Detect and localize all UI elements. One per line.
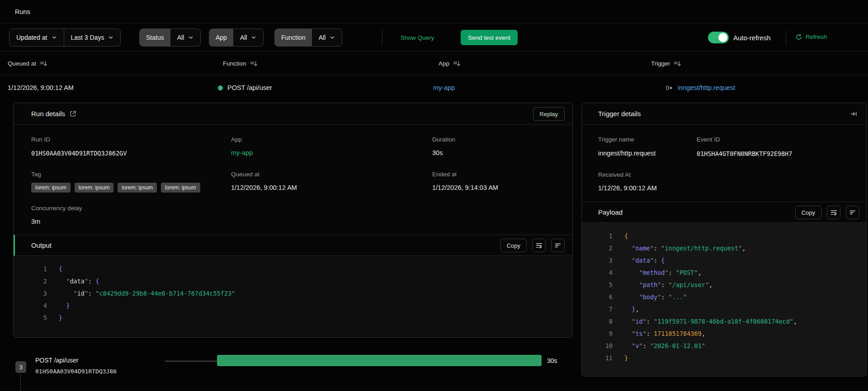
chevron-down-icon xyxy=(188,35,193,40)
trigger-details-fields: Trigger name inngest/http.request Event … xyxy=(582,125,866,202)
word-wrap-icon[interactable] xyxy=(532,239,546,252)
sort-field-dropdown[interactable]: Updated at xyxy=(9,29,64,46)
copy-payload-button[interactable]: Copy xyxy=(795,206,821,219)
toggle-knob xyxy=(718,33,727,42)
payload-title: Payload xyxy=(598,208,623,216)
code-line: 3 "id": "c8429dd9-29b8-44e6-b714-767d34c… xyxy=(27,287,572,299)
chevron-down-icon xyxy=(330,35,335,40)
column-header-queued-at[interactable]: Queued at xyxy=(8,52,47,75)
event-id-label: Event ID xyxy=(697,136,720,143)
status-filter-group[interactable]: Status All xyxy=(139,28,201,47)
column-label: Function xyxy=(223,60,246,67)
output-code[interactable]: 1{2 "data": {3 "id": "c8429dd9-29b8-44e6… xyxy=(14,256,572,338)
line-number: 4 xyxy=(27,302,47,309)
app-filter-value: All xyxy=(240,34,247,41)
column-header-app[interactable]: App xyxy=(439,52,461,75)
app-filter-value-dropdown[interactable]: All xyxy=(233,29,264,46)
code-line: 6 "body": "..." xyxy=(593,291,866,303)
column-header-trigger[interactable]: Trigger xyxy=(651,52,681,75)
status-dot-completed xyxy=(218,85,223,90)
app-filter-group[interactable]: App All xyxy=(209,28,264,47)
received-at-label: Received At xyxy=(598,171,631,178)
refresh-icon xyxy=(796,34,802,40)
line-number: 2 xyxy=(27,278,47,285)
code-line: 5} xyxy=(27,311,572,324)
code-line: 5 "path": "/api/user", xyxy=(593,278,866,291)
column-header-function[interactable]: Function xyxy=(223,52,258,75)
pin-right-icon[interactable] xyxy=(850,111,857,119)
line-number: 5 xyxy=(593,281,613,288)
code-line: 7 }, xyxy=(593,303,866,315)
runs-table-header: Queued at Function App Trigger xyxy=(0,52,868,75)
sort-field-label: Updated at xyxy=(16,34,47,41)
column-label: App xyxy=(439,60,449,67)
copy-output-button[interactable]: Copy xyxy=(500,239,527,252)
function-filter-group[interactable]: Function All xyxy=(274,28,342,47)
refresh-button[interactable]: Refresh xyxy=(796,33,827,40)
pulse-icon xyxy=(665,85,673,91)
column-label: Trigger xyxy=(651,60,670,67)
time-range-dropdown[interactable]: Last 3 Days xyxy=(64,29,121,46)
refresh-divider xyxy=(786,31,786,44)
chevron-down-icon xyxy=(108,35,113,40)
step-count-badge[interactable]: 3 xyxy=(15,361,26,373)
payload-code[interactable]: 1{2 "name": "inngest/http.request",3 "da… xyxy=(582,223,866,377)
run-row-trigger: inngest/http.request xyxy=(665,75,735,100)
code-line: 8 "id": "119f5971-9878-46bd-a18f-4f06801… xyxy=(593,315,866,327)
event-id-value: 01HSHA4GT0FN0NRBKTF92E98H7 xyxy=(697,150,792,157)
code-line: 11} xyxy=(593,352,866,364)
run-row-function: POST /api/user xyxy=(218,75,272,100)
queued-at-value: 1/12/2026, 9:00:12 AM xyxy=(8,84,74,91)
line-number: 9 xyxy=(593,330,613,337)
code-line: 4 "method": "POST", xyxy=(593,266,866,278)
status-filter-value-dropdown[interactable]: All xyxy=(170,29,201,46)
tag-badge: lorem: ipsum xyxy=(31,183,71,193)
code-line: 4 } xyxy=(27,299,572,311)
app-link[interactable]: my-app xyxy=(433,84,455,91)
external-link-icon[interactable] xyxy=(70,110,76,117)
line-number: 1 xyxy=(593,232,613,240)
auto-refresh-toggle[interactable] xyxy=(708,32,729,43)
concurrency-delay-value: 3m xyxy=(31,218,40,225)
align-left-icon[interactable] xyxy=(846,206,859,219)
run-row-app: my-app xyxy=(433,75,455,100)
trigger-details-panel: Trigger details Trigger name inngest/htt… xyxy=(581,103,867,377)
replay-button[interactable]: Replay xyxy=(533,107,565,121)
word-wrap-icon[interactable] xyxy=(827,206,840,219)
run-id-label: Run ID xyxy=(31,136,50,143)
function-filter-value-dropdown[interactable]: All xyxy=(312,29,342,46)
trigger-name-value: inngest/http.request xyxy=(598,150,656,157)
ended-at-value: 1/12/2026, 9:14:03 AM xyxy=(432,184,498,191)
app-filter-label: App xyxy=(209,29,233,46)
run-id-value: 01HS0AA03V04D91RTDQ3J862GV xyxy=(31,150,127,157)
function-filter-value: All xyxy=(319,34,326,41)
payload-section-header: Payload Copy xyxy=(582,202,866,223)
run-details-fields: Run ID 01HS0AA03V04D91RTDQ3J862GV App my… xyxy=(14,125,572,235)
sort-icon xyxy=(250,60,258,67)
timeline-vertical-line xyxy=(20,374,21,391)
chevron-down-icon xyxy=(52,35,57,40)
code-line: 2 "name": "inngest/http.request", xyxy=(593,242,866,254)
function-filter-label: Function xyxy=(275,29,312,46)
app-label: App xyxy=(231,136,242,143)
app-value-link[interactable]: my-app xyxy=(231,149,253,156)
run-row-queued-at: 1/12/2026, 9:00:12 AM xyxy=(8,75,74,100)
run-row[interactable]: 1/12/2026, 9:00:12 AM POST /api/user my-… xyxy=(0,75,868,100)
send-test-event-button[interactable]: Send test event xyxy=(461,30,518,45)
code-line: 2 "data": { xyxy=(27,275,572,287)
code-line: 1{ xyxy=(27,263,572,275)
tag-badges: lorem: ipsumlorem: ipsumlorem: ipsumlore… xyxy=(31,183,200,193)
line-number: 11 xyxy=(593,354,613,362)
line-number: 3 xyxy=(593,257,613,264)
tag-badge: lorem: ipsum xyxy=(161,183,200,193)
code-line: 1{ xyxy=(593,230,866,242)
trigger-details-title: Trigger details xyxy=(598,110,641,118)
show-query-button[interactable]: Show Query xyxy=(401,34,434,41)
align-left-icon[interactable] xyxy=(551,239,565,252)
line-number: 5 xyxy=(27,314,47,321)
code-line: 9 "ts": 1711051784369, xyxy=(593,327,866,339)
timeline-duration-bar[interactable] xyxy=(217,355,542,366)
time-range-label: Last 3 Days xyxy=(71,34,104,41)
trigger-link[interactable]: inngest/http.request xyxy=(678,84,735,91)
line-number: 4 xyxy=(593,269,613,276)
